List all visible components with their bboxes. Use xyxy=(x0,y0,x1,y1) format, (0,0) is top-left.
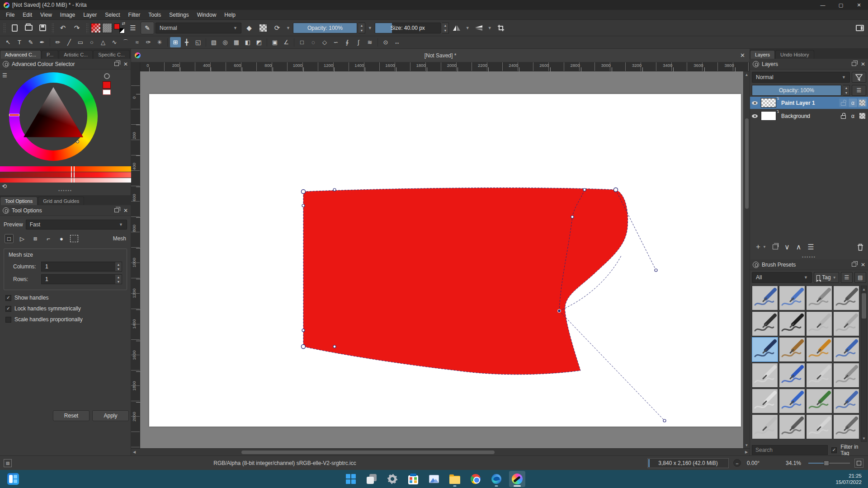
zoom-fit-button[interactable] xyxy=(854,459,863,468)
layer-blending-mode-dropdown[interactable]: Normal ▼ xyxy=(752,72,850,83)
brush-preset-gel-pen-white[interactable] xyxy=(752,363,778,388)
brush-preset-pencil-blue[interactable] xyxy=(833,337,859,362)
taskbar-icon-photos[interactable] xyxy=(426,471,442,487)
scroll-down-icon[interactable]: ▼ xyxy=(861,435,867,441)
dock-splitter[interactable]: •••••• xyxy=(0,189,131,193)
tool-smart-patch[interactable]: ▣ xyxy=(269,37,280,47)
float-docker-icon[interactable] xyxy=(852,263,856,267)
brush-preset-calligraphy-pen[interactable] xyxy=(752,414,778,439)
add-layer-button[interactable]: ＋▼ xyxy=(755,242,766,252)
pattern-chooser-button[interactable] xyxy=(102,23,112,33)
eraser-mode-button[interactable]: ◆ xyxy=(243,22,255,34)
selector-settings-icon[interactable]: ☰ xyxy=(2,72,9,79)
brush-preset-shader-brush[interactable] xyxy=(779,414,805,439)
tab-p-[interactable]: P... xyxy=(42,50,58,59)
brush-size-slider[interactable]: Size: 40.00 px xyxy=(375,23,441,33)
preset-list-menu-button[interactable]: ☰ xyxy=(841,272,853,283)
toolbar-grip[interactable] xyxy=(52,23,54,33)
brush-preset-marker-fine[interactable] xyxy=(833,311,859,336)
search-input[interactable] xyxy=(752,445,828,455)
close-docker-icon[interactable]: ✕ xyxy=(861,61,865,67)
mesh-corner-node[interactable] xyxy=(302,345,306,349)
preset-scrollbar[interactable]: ▲ ▼ xyxy=(861,286,867,442)
brush-preset-charcoal[interactable] xyxy=(833,414,859,439)
brush-preset-pen-white[interactable] xyxy=(806,363,832,388)
taskbar-icon-edge[interactable] xyxy=(488,471,505,487)
tool-text[interactable]: T xyxy=(14,37,25,47)
tag-button[interactable]: Tag ▼ xyxy=(814,272,839,283)
blending-mode-dropdown[interactable]: Normal ▼ xyxy=(156,23,241,33)
selection-display-button[interactable]: ▨ xyxy=(4,459,12,467)
tool-gradient[interactable]: ▧ xyxy=(208,37,219,47)
layer-inherit-alpha-icon[interactable] xyxy=(858,112,867,120)
menu-select[interactable]: Select xyxy=(101,10,124,20)
scroll-right-icon[interactable]: ▶ xyxy=(743,449,750,455)
current-color-swatch[interactable] xyxy=(103,81,111,89)
toolbar-grip[interactable] xyxy=(86,23,88,33)
layer-alpha-icon[interactable]: α xyxy=(849,112,857,120)
filter-in-tag-checkbox[interactable]: ✓ xyxy=(831,447,837,453)
mesh-edge-node[interactable] xyxy=(333,345,336,348)
reload-original-preset-button[interactable]: ⟳ xyxy=(271,22,283,34)
menu-image[interactable]: Image xyxy=(56,10,79,20)
horizontal-scrollbar[interactable]: ◀ ▶ xyxy=(131,448,750,455)
tab-advanced-c-[interactable]: Advanced C... xyxy=(0,50,41,59)
checkbox-lock-handles-symmetrically[interactable]: ✓ xyxy=(5,306,11,312)
hue-ring[interactable] xyxy=(9,72,98,161)
toolbar-grip[interactable] xyxy=(3,23,5,33)
lightness-strip[interactable] xyxy=(0,178,131,183)
tab-tool-options[interactable]: Tool Options xyxy=(0,197,38,205)
widgets-icon[interactable] xyxy=(7,473,19,485)
layer-options-menu-button[interactable]: ☰ xyxy=(852,85,866,96)
mesh-edge-node[interactable] xyxy=(302,204,305,207)
close-docker-icon[interactable]: ✕ xyxy=(861,262,865,267)
layer-visibility-icon[interactable] xyxy=(751,113,759,120)
redo-button[interactable]: ↷ xyxy=(71,22,83,34)
tool-bezier-select[interactable]: ∫ xyxy=(353,37,364,47)
brush-preset-eraser-small[interactable] xyxy=(779,286,805,310)
document-size-indicator[interactable]: 3,840 x 2,160 (42.0 MiB) xyxy=(647,458,729,468)
brush-preset-detail-brush[interactable] xyxy=(806,337,832,362)
close-docker-icon[interactable]: ✕ xyxy=(123,61,128,67)
tool-magnetic-select[interactable]: ∮ xyxy=(342,37,353,47)
brush-size-spinner[interactable]: ▲▼ xyxy=(442,23,449,33)
vertical-scrollbar-thumb[interactable] xyxy=(745,118,749,209)
vertical-scrollbar[interactable]: ▲ ▼ xyxy=(743,71,750,448)
tool-calligraphy[interactable]: ✒ xyxy=(37,37,47,47)
previous-color-swatch[interactable] xyxy=(103,89,111,95)
brush-preset-airbrush-soft[interactable] xyxy=(833,286,859,310)
lock-docker-icon[interactable] xyxy=(3,207,9,214)
foreground-color-swatch[interactable] xyxy=(114,23,120,29)
choose-brush-preset-button[interactable]: ☰ xyxy=(127,22,139,34)
layer-lock-icon[interactable] xyxy=(839,112,848,120)
chevron-down-icon[interactable]: ▼ xyxy=(464,26,471,30)
checkbox-show-handles[interactable]: ✓ xyxy=(5,295,11,301)
layer-visibility-icon[interactable] xyxy=(751,99,759,107)
undo-button[interactable]: ↶ xyxy=(57,22,69,34)
brush-preset-ballpoint-blue[interactable] xyxy=(779,363,805,388)
canvas-viewport[interactable] xyxy=(140,71,743,448)
edit-brush-settings-button[interactable]: ✎ xyxy=(141,22,154,34)
mesh-control-node[interactable] xyxy=(571,216,574,218)
taskbar-icon-settings[interactable] xyxy=(384,471,401,487)
hue-strip[interactable] xyxy=(0,166,131,172)
taskbar-icon-store[interactable] xyxy=(405,471,421,487)
horizontal-mirror-button[interactable] xyxy=(450,22,463,34)
rotation-value[interactable]: 0.00° xyxy=(747,456,760,470)
mesh-control-node[interactable] xyxy=(663,419,666,422)
tool-crop[interactable]: ◱ xyxy=(193,37,203,47)
preserve-alpha-button[interactable] xyxy=(257,22,269,34)
taskbar-icon-start[interactable] xyxy=(343,471,359,487)
brush-preset-smudge-soft[interactable] xyxy=(806,286,832,310)
tab-undo-history[interactable]: Undo History xyxy=(775,50,814,59)
lock-docker-icon[interactable] xyxy=(753,61,759,67)
close-button[interactable]: ✕ xyxy=(850,0,868,10)
rows-spinner[interactable]: ▲▼ xyxy=(115,274,122,284)
taskbar-icon-chrome[interactable] xyxy=(467,471,484,487)
horizontal-scrollbar-thumb[interactable] xyxy=(241,450,495,454)
tool-similar-select[interactable]: ≋ xyxy=(364,37,375,47)
mesh-edge-node[interactable] xyxy=(583,188,586,191)
tool-rect-select[interactable]: □ xyxy=(297,37,307,47)
tool-polyline[interactable]: ∿ xyxy=(109,37,120,47)
swap-colors-icon[interactable]: ⇄ xyxy=(122,21,125,26)
